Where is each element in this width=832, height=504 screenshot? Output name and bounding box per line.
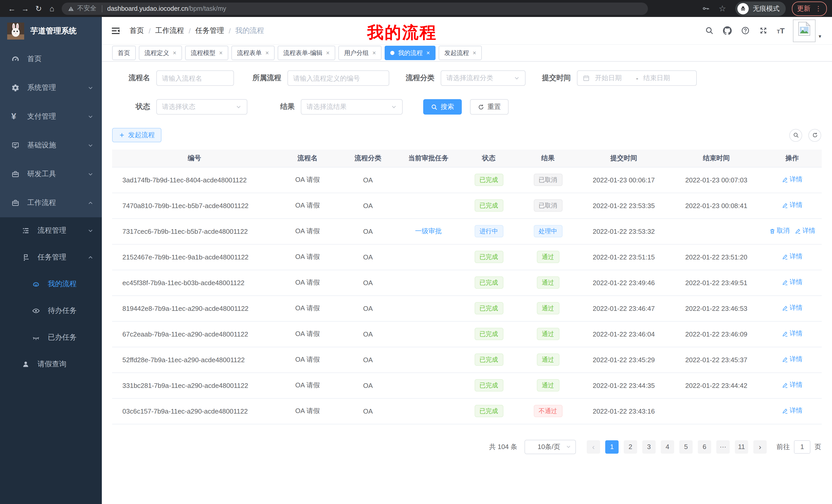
reset-button[interactable]: 重置 (470, 99, 509, 115)
toolbar: 发起流程 (112, 128, 821, 142)
tab-process-model[interactable]: 流程模型× (185, 46, 228, 60)
sidebar-item-payment-mgmt[interactable]: ¥支付管理 (0, 102, 102, 131)
sidebar-item-task-mgmt[interactable]: 任务管理 (0, 244, 102, 271)
tab-close-icon[interactable]: × (326, 49, 330, 57)
goto-page-input[interactable] (794, 440, 810, 453)
page-button-3[interactable]: 3 (642, 440, 656, 453)
tab-process-form[interactable]: 流程表单× (231, 46, 275, 60)
page-button-5[interactable]: 5 (679, 440, 693, 453)
home-icon[interactable]: ⌂ (45, 4, 59, 13)
avatar-caret-icon[interactable]: ▾ (818, 33, 821, 39)
breadcrumb-item[interactable]: 任务管理 (196, 26, 224, 35)
sidebar-item-done-tasks[interactable]: 已办任务 (0, 324, 102, 351)
sidebar-item-dev-tools[interactable]: 研发工具 (0, 160, 102, 189)
sidebar-collapse-icon[interactable] (110, 25, 121, 36)
refresh-button[interactable] (808, 129, 821, 142)
detail-link[interactable]: 详情 (782, 407, 802, 415)
reload-icon[interactable]: ↻ (32, 4, 45, 13)
tab-close-icon[interactable]: × (265, 49, 269, 57)
breadcrumb-item[interactable]: 首页 (130, 26, 144, 35)
user-icon (22, 360, 30, 368)
page-ellipsis[interactable]: ··· (716, 440, 730, 453)
tab-close-icon[interactable]: × (173, 49, 176, 57)
detail-link[interactable]: 详情 (782, 175, 802, 184)
cell-result: 已取消 (518, 193, 577, 218)
sidebar-item-leave-query[interactable]: 请假查询 (0, 351, 102, 377)
tab-my-process[interactable]: 我的流程× (385, 46, 436, 60)
tab-close-icon[interactable]: × (219, 49, 223, 57)
page-size-select[interactable]: 10条/页 (524, 440, 576, 454)
sidebar-item-infrastructure[interactable]: 基础设施 (0, 131, 102, 160)
search-button[interactable]: 搜索 (423, 99, 462, 115)
help-icon[interactable] (741, 26, 750, 35)
sidebar-item-my-process[interactable]: 我的流程 (0, 271, 102, 298)
detail-link[interactable]: 详情 (782, 278, 802, 287)
result-select[interactable]: 请选择流结果 (301, 99, 402, 115)
fullscreen-icon[interactable] (759, 26, 768, 35)
edit-icon (782, 254, 788, 260)
github-icon[interactable] (723, 26, 731, 35)
tab-user-group[interactable]: 用户分组× (338, 46, 382, 60)
breadcrumb-item[interactable]: 工作流程 (155, 26, 184, 35)
next-page-button[interactable]: › (753, 440, 767, 453)
result-badge: 不通过 (534, 405, 562, 417)
detail-link[interactable]: 详情 (782, 330, 802, 338)
back-icon[interactable]: ← (5, 4, 19, 13)
start-process-button[interactable]: 发起流程 (112, 128, 161, 142)
page-button-4[interactable]: 4 (661, 440, 674, 453)
cancel-link[interactable]: 取消 (769, 227, 789, 235)
app-logo-row[interactable]: 芋道管理系统 (0, 17, 102, 45)
edit-icon (782, 202, 788, 208)
result-badge: 通过 (537, 276, 559, 289)
process-category-select[interactable]: 请选择流程分类 (441, 71, 525, 86)
forward-icon[interactable]: → (19, 4, 32, 13)
tab-home[interactable]: 首页 (112, 46, 136, 60)
page-button-1[interactable]: 1 (605, 440, 619, 453)
detail-link[interactable]: 详情 (782, 304, 802, 313)
detail-link[interactable]: 详情 (782, 355, 802, 364)
breadcrumb-separator: / (189, 26, 191, 35)
cell-result: 通过 (518, 372, 577, 398)
browser-menu-icon[interactable]: ⋮ (815, 5, 822, 12)
prev-page-button[interactable]: ‹ (587, 440, 600, 453)
tab-close-icon[interactable]: × (426, 49, 430, 57)
cell-current-task (397, 244, 459, 270)
url-bar[interactable]: 不安全 dashboard.yudao.iocoder.cn/bpm/task/… (62, 2, 648, 15)
chevron-down-icon (566, 444, 571, 450)
key-icon[interactable] (702, 5, 709, 12)
tab-close-icon[interactable]: × (372, 49, 376, 57)
cell-category: OA (338, 347, 397, 372)
filter-result: 结果请选择流结果 (264, 99, 402, 115)
status-badge: 已完成 (474, 174, 503, 186)
detail-link[interactable]: 详情 (795, 227, 815, 235)
cell-category: OA (338, 398, 397, 424)
detail-link[interactable]: 详情 (782, 381, 802, 390)
font-size-icon[interactable]: TT (777, 26, 785, 35)
current-task-link[interactable]: 一级审批 (415, 227, 442, 235)
user-avatar[interactable] (793, 19, 815, 42)
submit-time-daterange[interactable]: 开始日期-结束日期 (577, 71, 697, 86)
sidebar-item-home[interactable]: 首页 (0, 45, 102, 74)
page-button-2[interactable]: 2 (624, 440, 637, 453)
action-label: 详情 (789, 304, 802, 313)
sidebar-item-workflow[interactable]: 工作流程 (0, 189, 102, 217)
tab-process-definition[interactable]: 流程定义× (139, 46, 182, 60)
sidebar-item-process-mgmt[interactable]: 流程管理 (0, 217, 102, 244)
browser-update-button[interactable]: 更新 ⋮ (792, 1, 827, 16)
tab-process-form-edit[interactable]: 流程表单-编辑× (278, 46, 335, 60)
page-title-overlay: 我的流程 (367, 22, 437, 44)
sidebar-item-todo-tasks[interactable]: 待办任务 (0, 298, 102, 324)
tab-close-icon[interactable]: × (473, 49, 476, 57)
status-select[interactable]: 请选择状态 (156, 99, 247, 115)
search-icon[interactable] (705, 26, 713, 35)
tab-start-process[interactable]: 发起流程× (439, 46, 482, 60)
show-search-button[interactable] (789, 129, 802, 142)
bookmark-star-icon[interactable]: ☆ (719, 4, 726, 12)
process-name-input[interactable] (156, 71, 234, 86)
page-button-11[interactable]: 11 (735, 440, 748, 453)
sidebar-item-system-mgmt[interactable]: 系统管理 (0, 74, 102, 102)
parent-process-input[interactable] (287, 71, 389, 86)
detail-link[interactable]: 详情 (782, 253, 802, 261)
page-button-6[interactable]: 6 (698, 440, 711, 453)
detail-link[interactable]: 详情 (782, 201, 802, 210)
